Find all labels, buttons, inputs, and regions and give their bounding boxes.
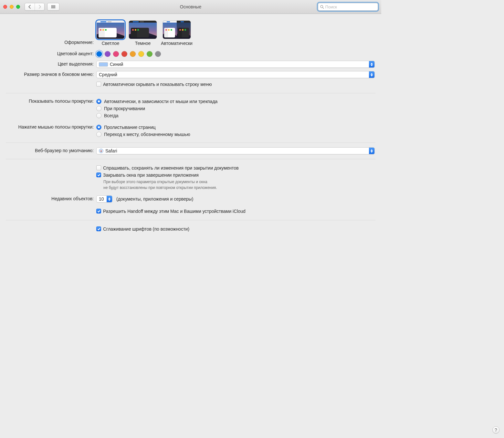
label-highlight: Цвет выделения:	[0, 61, 96, 67]
svg-rect-8	[51, 7, 52, 8]
accent-color-5[interactable]	[138, 51, 144, 57]
stepper-arrows-icon	[369, 148, 374, 154]
minimize-icon[interactable]	[10, 5, 14, 9]
checkbox-icon	[96, 82, 101, 87]
sidebar-icon-value: Средний	[99, 72, 117, 77]
appearance-dark-label: Темное	[135, 41, 151, 46]
accent-color-0[interactable]	[96, 51, 102, 57]
svg-rect-4	[51, 6, 52, 7]
svg-rect-11	[55, 7, 55, 8]
chevron-right-icon	[38, 5, 42, 9]
label-scrollbars: Показывать полосы прокрутки:	[0, 98, 96, 104]
show-all-button[interactable]	[47, 3, 59, 10]
accent-color-4[interactable]	[130, 51, 136, 57]
safari-icon	[99, 149, 103, 153]
appearance-dark[interactable]: Темное	[129, 20, 157, 46]
appearance-options: Светлое Темное	[96, 20, 375, 46]
checkbox-icon	[96, 209, 101, 214]
appearance-auto[interactable]: Автоматически	[161, 20, 193, 46]
svg-rect-9	[52, 7, 53, 8]
scrollbars-option-2-label: Всегда	[104, 112, 119, 119]
accent-color-2[interactable]	[113, 51, 119, 57]
default-browser-popup[interactable]: Safari	[96, 147, 375, 154]
accent-color-6[interactable]	[147, 51, 152, 57]
close-windows-checkbox[interactable]: Закрывать окна при завершении приложения	[96, 172, 375, 178]
stepper-arrows-icon	[107, 196, 112, 202]
nav-segment	[25, 3, 45, 11]
accent-color-picker	[96, 50, 375, 57]
content: Оформление: Светлое	[0, 14, 381, 233]
radio-icon	[96, 125, 101, 130]
svg-rect-7	[55, 6, 55, 7]
separator	[6, 159, 375, 159]
label-appearance: Оформление:	[0, 20, 96, 45]
radio-icon	[96, 132, 101, 137]
forward-button[interactable]	[35, 3, 44, 10]
accent-color-1[interactable]	[105, 51, 110, 57]
close-windows-label: Закрывать окна при завершении приложения	[103, 172, 199, 178]
radio-icon	[96, 106, 101, 111]
svg-rect-5	[52, 6, 53, 7]
label-accent: Цветовой акцент:	[0, 50, 96, 56]
scrollbars-option-1-label: При прокручивании	[104, 105, 145, 112]
close-windows-note-1: При выборе этого параметра открытые доку…	[103, 179, 375, 184]
sidebar-icon-popup[interactable]: Средний	[96, 71, 375, 78]
scroll-click-option-0[interactable]: Пролистывание страниц	[96, 124, 375, 131]
appearance-light-label: Светлое	[102, 41, 120, 46]
checkbox-icon	[96, 165, 101, 170]
grid-icon	[51, 5, 55, 9]
window-controls	[3, 5, 20, 9]
recent-suffix: (документы, приложения и серверы)	[116, 196, 193, 202]
ask-save-checkbox[interactable]: Спрашивать, сохранять ли изменения при з…	[96, 165, 375, 171]
back-button[interactable]	[25, 3, 35, 10]
titlebar: Основные	[0, 0, 381, 14]
accent-color-3[interactable]	[121, 51, 127, 57]
search-icon	[320, 5, 324, 9]
appearance-light[interactable]: Светлое	[96, 20, 125, 46]
label-sidebar-icon: Размер значков в боковом меню:	[0, 71, 96, 77]
chevron-left-icon	[28, 5, 32, 9]
label-recent: Недавних объектов:	[0, 195, 96, 201]
radio-icon	[96, 99, 101, 104]
font-smoothing-label: Сглаживание шрифтов (по возможности)	[103, 226, 189, 232]
close-icon[interactable]	[3, 5, 7, 9]
handoff-checkbox[interactable]: Разрешить Handoff между этим Mac и Вашим…	[96, 208, 375, 214]
scroll-click-option-1-label: Переход к месту, обозначенному мышью	[104, 131, 190, 138]
checkbox-icon	[96, 226, 101, 231]
scrollbars-option-1[interactable]: При прокручивании	[96, 105, 375, 112]
auto-hide-menubar-checkbox[interactable]: Автоматически скрывать и показывать стро…	[96, 81, 375, 87]
auto-hide-menubar-label: Автоматически скрывать и показывать стро…	[103, 81, 212, 87]
search-field[interactable]	[318, 3, 378, 11]
highlight-popup[interactable]: Синий	[96, 61, 375, 68]
scrollbars-option-2[interactable]: Всегда	[96, 112, 375, 119]
label-browser: Веб-браузер по умолчанию:	[0, 147, 96, 153]
scroll-click-option-0-label: Пролистывание страниц	[104, 124, 156, 131]
recent-items-value: 10	[99, 196, 104, 202]
stepper-arrows-icon	[369, 61, 374, 68]
highlight-value: Синий	[110, 62, 123, 67]
search-input[interactable]	[325, 5, 376, 9]
highlight-swatch	[99, 62, 108, 67]
label-scroll-click: Нажатие мышью полосы прокрутки:	[0, 124, 96, 130]
svg-rect-0	[51, 5, 52, 6]
separator	[6, 142, 375, 143]
svg-rect-2	[53, 5, 54, 6]
svg-rect-1	[52, 5, 53, 6]
recent-items-popup[interactable]: 10	[96, 195, 112, 203]
scroll-click-option-1[interactable]: Переход к месту, обозначенному мышью	[96, 131, 375, 138]
default-browser-value: Safari	[105, 148, 117, 153]
font-smoothing-checkbox[interactable]: Сглаживание шрифтов (по возможности)	[96, 226, 375, 232]
svg-line-13	[323, 7, 324, 8]
appearance-auto-label: Автоматически	[161, 41, 193, 46]
accent-color-7[interactable]	[155, 51, 161, 57]
separator	[6, 93, 375, 93]
svg-rect-6	[53, 6, 54, 7]
svg-rect-10	[53, 7, 54, 8]
stepper-arrows-icon	[369, 71, 374, 78]
show-all-segment	[47, 3, 59, 11]
radio-icon	[96, 113, 101, 118]
checkbox-icon	[96, 172, 101, 177]
scrollbars-option-0[interactable]: Автоматически, в зависимости от мыши или…	[96, 98, 375, 105]
zoom-icon[interactable]	[16, 5, 20, 9]
ask-save-label: Спрашивать, сохранять ли изменения при з…	[103, 165, 239, 171]
